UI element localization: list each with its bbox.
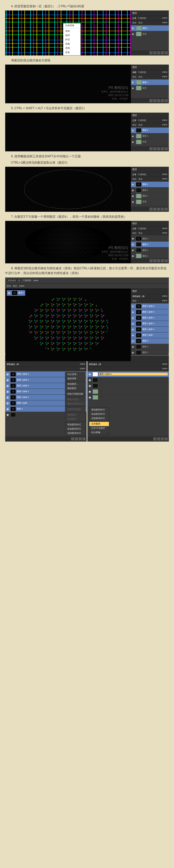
screenshot-6: 图层 正常不透明度:100% 锁定:填充:100% ◉图层 3 ◉图层 2 ◉图… <box>5 166 169 212</box>
step-8-text: 8. 将图层3的混合模式修改为线性减淡（添加）然后CTRL+J多复制几层，使小方… <box>5 266 169 276</box>
footer-icon[interactable] <box>153 51 156 54</box>
layer-row[interactable]: ◉图层 3 <box>131 338 169 344</box>
mini-layer-preview: ◉图层 3 <box>7 290 25 296</box>
layer-row[interactable]: ◉图层 3 副本 2 <box>131 327 169 333</box>
layer-row[interactable]: ◉图层 1 <box>131 193 169 199</box>
blend-mode-dropdown[interactable]: 正常 <box>132 119 136 122</box>
layer-row[interactable]: ◉图层 2 <box>131 128 169 133</box>
step-7-text: 7. 在图层3下方新建一个透明图层（图层4），填充一个喜欢的颜色（我填充的是黑色… <box>5 214 169 219</box>
panel-footer <box>131 50 169 55</box>
sphere-preview <box>25 225 111 259</box>
step-5-text: 5. CTRL + SHIFT + ALT + E合并所有可见图层（图层2） <box>5 106 169 111</box>
step-6-text: 6. 使用椭圆选框工具按住SHIFT从中间拖出一个正圆 <box>5 154 169 159</box>
tab-layers[interactable]: 图层 <box>132 66 137 69</box>
visibility-icon[interactable]: ◉ <box>132 27 135 29</box>
layer-row[interactable]: ◉背景 <box>131 31 169 37</box>
blend-mode-dropdown[interactable]: 线性减淡（添 <box>7 279 21 282</box>
lock-row: 锁定: 填充: 100% <box>131 20 169 25</box>
layer-row[interactable]: ◉图层 2 <box>131 247 169 253</box>
layer-row[interactable]: ◉图层 3 <box>131 182 169 187</box>
screenshot-5: 图层 正常不透明度:100% 锁定:填充:100% ◉图层 2 ◉图层 1 ◉背… <box>5 113 169 152</box>
transform-context-menu[interactable]: 自由变换 缩放 旋转 斜切 扭曲 透视 变形 旋转 180 度 顺时针 90 度… <box>63 23 81 55</box>
menu-item[interactable]: 变形 <box>63 50 80 55</box>
layer-row[interactable]: ◉图层 3 <box>131 236 169 242</box>
layers-panel: 图层 正常 不透明度: 100% 锁定: 填充: 100% ◉图层 1 ◉背景 <box>131 10 169 55</box>
options-bar: 线性减淡（添 不透明度:100% <box>5 278 169 284</box>
menu-item[interactable]: 扭曲 <box>63 42 80 46</box>
tab-layers[interactable]: 图层 <box>132 11 137 15</box>
layer-row[interactable]: ◉图层 4 <box>131 242 169 247</box>
menu-item[interactable]: 斜切 <box>63 37 80 42</box>
menu-merge-layers[interactable]: 合并图层 <box>89 422 109 426</box>
step-6b-text: CTRL+J通过拷贝的图层提取出来（图层3） <box>5 160 169 165</box>
step-4b-text: 将图层的混合模式修改为变暗 <box>5 58 169 63</box>
canvas-maze: 自由变换 缩放 旋转 斜切 扭曲 透视 变形 旋转 180 度 顺时针 90 度… <box>5 10 131 55</box>
menu-item[interactable]: 自由变换 <box>63 23 80 28</box>
layer-row[interactable]: ◉背景 <box>131 199 169 205</box>
watermark-title: PS 教程论坛 <box>101 85 128 90</box>
layers-panel: 图层 变暗不透明度:100% 锁定:填充:100% ◉图层 1 ◉背景 <box>131 65 169 103</box>
layer-row[interactable]: ◉图层 3 副本 3 <box>131 321 169 327</box>
layer-row[interactable]: ◉图层 3 副本 6 <box>131 304 169 309</box>
watermark: PS 教程论坛 学PS，就到PS教程论坛 BBS.16XX8.COM 作者：4号… <box>101 85 128 101</box>
screenshot-8: 线性减淡（添 不透明度:100% 锁定: 填充:100% ◉图层 3 图层 线性… <box>5 277 169 353</box>
opacity-value[interactable]: 100% <box>162 17 167 20</box>
layer-row[interactable]: ◉图层 1 <box>131 25 169 31</box>
fill-label: 填充: <box>139 21 143 24</box>
layer-context-menu[interactable]: 混合选项... 编辑调整 复制图层... 删除图层 转换为智能对象 栅格化图层 … <box>65 372 85 436</box>
layer-name: 背景 <box>143 33 168 35</box>
layer-thumbnail <box>136 26 142 30</box>
step-4-text: 4. 把背景图层复制一层（图层1），CTRL+T旋转180度 <box>5 4 169 9</box>
blend-mode-dropdown[interactable]: 正常 <box>132 17 136 20</box>
visibility-icon[interactable]: ◉ <box>132 81 135 84</box>
selection-marquee <box>24 169 112 209</box>
screenshot-8-panels: 图层 线性减淡（添不透明度:100% 锁定:填充:100% ◉图层 3 副本 6… <box>5 355 169 442</box>
blend-row: 正常 不透明度: 100% <box>131 16 169 20</box>
footer-icon[interactable] <box>161 51 164 54</box>
layer-row[interactable]: ◉图层 1 <box>131 80 169 85</box>
layer-row[interactable]: ◉图层 3 副本 4 <box>131 315 169 321</box>
tab-layers[interactable]: 图层 <box>132 114 137 117</box>
bright-sphere-preview <box>28 297 108 353</box>
layer-row[interactable]: ◉图层 3 副本 <box>131 333 169 338</box>
watermark: PS 教程论坛 学PS，就到PS教程论坛 BBS.16XX8.COM 作者：4号… <box>101 245 128 261</box>
visibility-icon[interactable]: ◉ <box>132 87 135 89</box>
footer-icon[interactable] <box>150 51 153 54</box>
watermark-sig: 作者：4号选手 <box>101 97 128 101</box>
footer-icon[interactable] <box>157 51 160 54</box>
layer-row[interactable]: ◉图层 1 <box>131 133 169 139</box>
watermark-sub: 学PS，就到PS教程论坛 <box>101 90 128 94</box>
menu-item[interactable]: 缩放 <box>63 29 80 33</box>
layer-row[interactable]: ◉图层 3 副本 5 <box>131 309 169 315</box>
menu-item[interactable]: 透视 <box>63 46 80 50</box>
layer-row[interactable]: ◉图层 2 <box>131 187 169 193</box>
layer-row[interactable]: ◉背景 <box>131 85 169 91</box>
opacity-label: 不透明度: <box>138 17 147 20</box>
lock-label: 锁定: <box>132 21 137 24</box>
screenshot-4: 自由变换 缩放 旋转 斜切 扭曲 透视 变形 旋转 180 度 顺时针 90 度… <box>5 10 169 56</box>
blend-mode-dropdown[interactable]: 变暗 <box>132 71 136 74</box>
layers-list: ◉图层 1 ◉背景 <box>131 25 169 50</box>
layer-name-editing[interactable]: 图层 3 副本 6 <box>99 373 168 375</box>
canvas-dark: PS 教程论坛 学PS，就到PS教程论坛 BBS.16XX8.COM 作者：4号… <box>5 65 131 103</box>
layer-row[interactable]: ◉图层 2 <box>131 350 169 355</box>
menu-item[interactable]: 旋转 <box>63 33 80 37</box>
fill-value[interactable]: 100% <box>162 21 167 24</box>
screenshot-7: PS 教程论坛 学PS，就到PS教程论坛 BBS.16XX8.COM 作者：4号… <box>5 221 169 264</box>
layer-row[interactable]: ◉图层 1 <box>131 253 169 258</box>
screenshot-4b: PS 教程论坛 学PS，就到PS教程论坛 BBS.16XX8.COM 作者：4号… <box>5 64 169 103</box>
layer-thumbnail <box>136 32 142 36</box>
layer-row[interactable]: ◉背景 <box>131 139 169 145</box>
left-panel-with-menu: 图层 线性减淡（添不透明度:100% 锁定:填充:100% ◉图层 3 副本 6… <box>5 355 87 442</box>
right-panel-result: 图层 线性减淡（添不透明度:100% 锁定:填充:100% ◉图层 3 副本 6… <box>87 355 169 442</box>
panel-tabs: 图层 <box>131 10 169 16</box>
layer-context-menu-2[interactable]: 复制图层样式 粘贴图层样式 清除图层样式 合并图层 合并可见图层 拼合图像 <box>89 407 109 435</box>
watermark-url: BBS.16XX8.COM <box>101 94 128 97</box>
visibility-icon[interactable]: ◉ <box>132 33 135 35</box>
trash-icon[interactable] <box>165 51 168 54</box>
layer-row[interactable]: ◉图层 4 <box>131 344 169 350</box>
layer-name: 图层 1 <box>143 27 168 30</box>
